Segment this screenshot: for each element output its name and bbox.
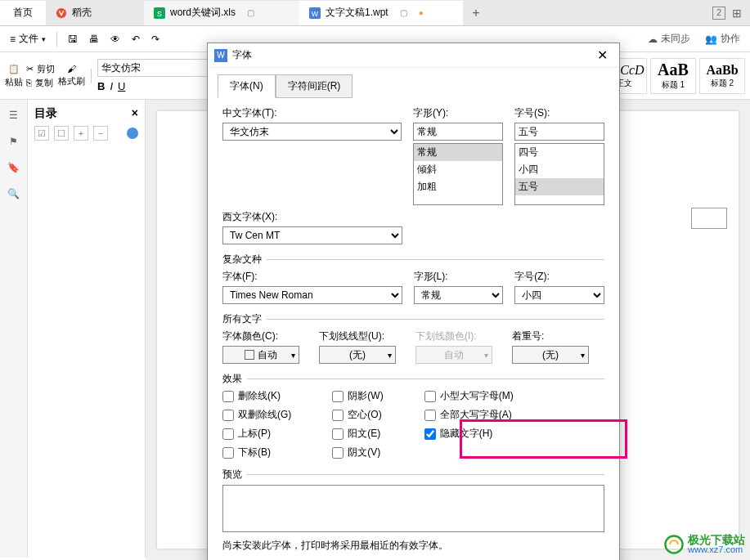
chk-strikethrough[interactable]: 删除线(K) <box>222 389 291 403</box>
format-painter-button[interactable]: 🖌 格式刷 <box>58 64 85 87</box>
chk-superscript[interactable]: 上标(P) <box>222 427 291 441</box>
copy-button[interactable]: ⎘复制 <box>26 77 55 89</box>
outline-minus-icon[interactable]: − <box>93 126 108 141</box>
dialog-close-button[interactable]: ✕ <box>592 47 613 63</box>
complex-scripts-label: 复杂文种 <box>222 253 262 267</box>
chk-double-strikethrough[interactable]: 双删除线(G) <box>222 408 291 422</box>
preview-label: 预览 <box>222 468 242 482</box>
size-input[interactable] <box>514 123 604 141</box>
style-heading2[interactable]: AaBb标题 2 <box>699 58 745 94</box>
ul-color-select: 自动 <box>415 346 492 364</box>
all-text-label: 所有文字 <box>222 312 262 326</box>
cn-font-select[interactable]: 华文仿末 <box>222 123 402 141</box>
scissors-icon: ✂ <box>26 64 34 74</box>
svg-point-0 <box>56 7 66 17</box>
c-style-select[interactable]: 常规 <box>414 286 504 304</box>
cloud-unsynced[interactable]: ☁ 未同步 <box>644 30 694 47</box>
underline-button[interactable]: U <box>118 80 125 92</box>
style-opt-regular[interactable]: 常规 <box>414 144 502 161</box>
tab-docer-label: 稻壳 <box>72 6 92 20</box>
ul-color-label: 下划线颜色(I): <box>415 329 492 343</box>
style-opt-italic[interactable]: 倾斜 <box>414 161 502 178</box>
tab-xls[interactable]: S word关键词.xls ▢ <box>144 1 299 25</box>
size-opt-s4[interactable]: 小四 <box>515 161 604 178</box>
rail-bookmark-icon[interactable]: 🔖 <box>7 160 21 175</box>
svg-point-5 <box>665 535 682 553</box>
chk-emboss[interactable]: 阳文(E) <box>332 427 383 441</box>
font-color-select[interactable]: 自动 <box>222 346 299 364</box>
docer-icon <box>56 7 67 19</box>
c-size-select[interactable]: 小四 <box>514 286 604 304</box>
chk-shadow[interactable]: 阴影(W) <box>332 389 383 403</box>
tab-xls-label: word关键词.xls <box>170 6 236 20</box>
c-font-select[interactable]: Times New Roman <box>222 286 402 304</box>
chk-engrave[interactable]: 阴文(V) <box>332 446 383 459</box>
font-install-note: 尚未安装此字体，打印时将采用最相近的有效字体。 <box>222 539 604 553</box>
emphasis-select[interactable]: (无) <box>512 346 589 364</box>
dialog-app-icon: W <box>214 49 227 62</box>
window-counter-icon[interactable]: 2 <box>712 7 725 20</box>
font-dialog: W 字体 ✕ 字体(N) 字符间距(R) 中文字体(T): 华文仿末 字形(Y)… <box>207 43 620 560</box>
cut-button[interactable]: ✂剪切 <box>26 63 55 75</box>
left-rail: ☰ ⚑ 🔖 🔍 <box>0 100 28 558</box>
dialog-titlebar[interactable]: W 字体 ✕ <box>208 43 619 68</box>
chk-subscript[interactable]: 下标(B) <box>222 446 291 459</box>
tab-docer[interactable]: 稻壳 <box>46 1 144 25</box>
window-grid-icon[interactable]: ⊞ <box>732 7 742 20</box>
outline-close-icon[interactable]: × <box>132 106 138 121</box>
redo-icon[interactable]: ↷ <box>148 32 163 47</box>
tab-active-doc[interactable]: W 文字文稿1.wpt ▢ ● <box>299 1 463 25</box>
tab-xls-restore-icon[interactable]: ▢ <box>247 8 254 17</box>
chk-small-caps[interactable]: 小型大写字母(M) <box>424 389 514 403</box>
outline-panel: 目录× ☑ ☐ + − <box>28 100 146 558</box>
size-listbox[interactable]: 四号 小四 五号 <box>514 143 604 205</box>
style-opt-bold[interactable]: 加粗 <box>414 178 502 195</box>
rail-list-icon[interactable]: ☰ <box>7 108 21 123</box>
underline-label: 下划线线型(U): <box>319 329 396 343</box>
menu-button[interactable]: ≡ 文件 ▾ <box>7 30 49 47</box>
size-opt-4[interactable]: 四号 <box>515 144 604 161</box>
tab-home[interactable]: 首页 <box>0 1 46 25</box>
en-font-label: 西文字体(X): <box>222 210 402 224</box>
italic-button[interactable]: I <box>110 80 113 92</box>
color-swatch-icon <box>245 350 254 360</box>
text-box[interactable] <box>691 208 727 229</box>
clipboard-icon: 📋 <box>8 64 20 74</box>
outline-check-icon[interactable]: ☑ <box>34 126 49 141</box>
style-listbox[interactable]: 常规 倾斜 加粗 <box>413 143 503 205</box>
rail-search-icon[interactable]: 🔍 <box>7 186 21 201</box>
size-label: 字号(S): <box>514 106 604 120</box>
copy-icon: ⎘ <box>26 78 32 87</box>
en-font-select[interactable]: Tw Cen MT <box>222 226 402 244</box>
dialog-title: 字体 <box>232 48 252 62</box>
underline-select[interactable]: (无) <box>319 346 396 364</box>
svg-text:S: S <box>157 9 162 17</box>
watermark-name: 极光下载站 <box>688 535 745 544</box>
print-preview-icon[interactable]: 👁 <box>107 32 124 47</box>
collab-button[interactable]: 👥 协作 <box>702 30 743 47</box>
bold-button[interactable]: B <box>97 80 105 92</box>
rail-flag-icon[interactable]: ⚑ <box>7 134 21 149</box>
cn-font-label: 中文字体(T): <box>222 106 402 120</box>
tab-active-restore-icon[interactable]: ▢ <box>400 8 407 17</box>
file-menu-label: 文件 <box>19 32 38 46</box>
watermark-logo-icon <box>663 534 685 555</box>
style-label: 字形(Y): <box>413 106 503 120</box>
chk-outline[interactable]: 空心(O) <box>332 408 383 422</box>
outline-badge-icon[interactable] <box>127 128 138 139</box>
annotation-highlight <box>460 419 627 459</box>
save-icon[interactable]: 🖫 <box>65 32 81 47</box>
outline-plus-icon[interactable]: + <box>74 126 88 141</box>
size-opt-5[interactable]: 五号 <box>515 178 604 195</box>
dialog-tab-spacing[interactable]: 字符间距(R) <box>276 74 353 98</box>
tab-active-label: 文字文稿1.wpt <box>326 6 388 20</box>
style-heading1[interactable]: AaB标题 1 <box>650 58 696 94</box>
style-input[interactable] <box>413 123 503 141</box>
dialog-tab-font[interactable]: 字体(N) <box>218 74 276 98</box>
paste-button[interactable]: 📋 粘贴 <box>5 64 23 88</box>
outline-box-icon[interactable]: ☐ <box>54 126 69 141</box>
print-icon[interactable]: 🖶 <box>86 32 102 47</box>
wpt-icon: W <box>309 7 321 19</box>
new-tab-button[interactable]: + <box>463 6 489 20</box>
undo-icon[interactable]: ↶ <box>128 32 143 47</box>
